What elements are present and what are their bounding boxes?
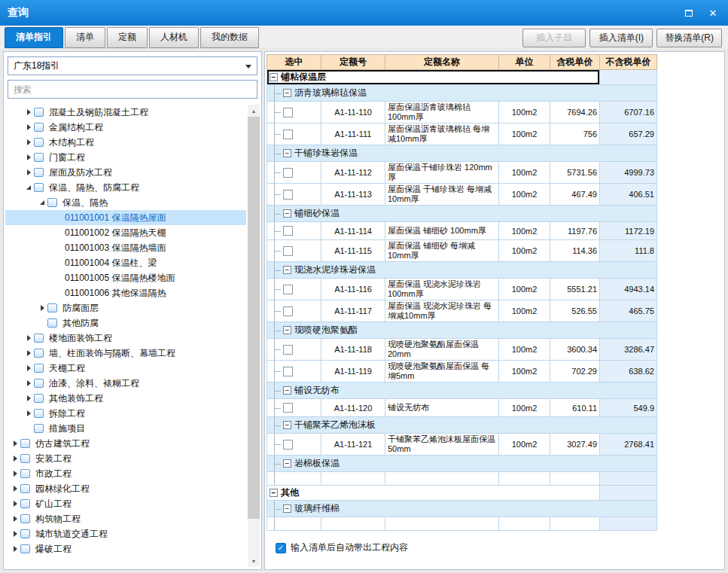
tree-item[interactable]: 混凝土及钢筋混凝土工程 (5, 105, 246, 120)
expand-arrow-icon[interactable] (10, 501, 20, 507)
collapse-box-icon[interactable]: − (283, 149, 291, 157)
table-row-item[interactable]: A1-11-114屋面保温 铺细砂 100mm厚100m21197.761172… (267, 222, 657, 240)
table-row-group[interactable]: −其他 (267, 486, 657, 501)
table-row-item[interactable]: A1-11-120铺设无纺布100m2610.11549.9 (267, 399, 657, 417)
table-row-item[interactable]: A1-11-116屋面保温 现浇水泥珍珠岩 100mm厚100m25551.21… (267, 279, 657, 300)
expand-arrow-icon[interactable] (23, 335, 34, 341)
tree-item[interactable]: 矿山工程 (5, 496, 246, 511)
row-checkbox[interactable] (283, 345, 293, 355)
tree-item[interactable]: 金属结构工程 (5, 120, 246, 135)
collapse-box-icon[interactable]: − (283, 326, 291, 334)
expand-arrow-icon[interactable] (23, 154, 34, 160)
row-checkbox[interactable] (283, 108, 293, 117)
row-checkbox[interactable] (283, 285, 293, 294)
expand-arrow-icon[interactable] (10, 516, 20, 522)
table-row-item[interactable]: A1-11-118现喷硬泡聚氨酯屋面保温 20mm100m23600.34328… (267, 339, 657, 361)
collapse-box-icon[interactable]: − (283, 504, 291, 513)
row-checkbox[interactable] (283, 306, 293, 316)
tree-item[interactable]: 其他装饰工程 (5, 391, 246, 406)
expand-arrow-icon[interactable] (10, 471, 20, 477)
tab-quota[interactable]: 定额 (107, 27, 148, 48)
tree-item[interactable]: 城市轨道交通工程 (5, 526, 246, 541)
collapse-box-icon[interactable]: − (283, 209, 291, 218)
tree-item[interactable]: 天棚工程 (5, 361, 246, 376)
maximize-button[interactable] (677, 4, 701, 22)
table-row-item[interactable]: A1-11-121干铺聚苯乙烯泡沫板屋面保温 50mm100m23027.492… (267, 434, 657, 456)
tree-item[interactable]: 仿古建筑工程 (5, 436, 246, 451)
table-row-subgroup[interactable]: −岩棉板保温 (267, 456, 657, 472)
expand-arrow-icon[interactable] (23, 395, 34, 401)
table-row-item[interactable]: A1-11-110屋面保温沥青玻璃棉毡 100mm厚100m27694.2667… (267, 102, 657, 123)
tree-item[interactable]: 安装工程 (5, 451, 246, 466)
table-row-subgroup[interactable]: −铺细砂保温 (267, 206, 657, 222)
tree-item[interactable]: 门窗工程 (5, 150, 246, 165)
table-row-group[interactable]: −铺粘保温层 (267, 70, 657, 85)
tree-item[interactable]: 爆破工程 (5, 541, 246, 556)
row-checkbox[interactable] (283, 403, 293, 413)
close-button[interactable]: ✕ (701, 4, 725, 22)
row-checkbox[interactable] (283, 226, 293, 236)
tree-item[interactable]: 木结构工程 (5, 135, 246, 150)
row-checkbox[interactable] (283, 367, 293, 376)
tree-item[interactable]: 011001003 保温隔热墙面 (5, 240, 246, 255)
table-row-item[interactable]: A1-11-112屋面保温干铺珍珠岩 120mm厚100m25731.56499… (267, 162, 657, 184)
expand-arrow-icon[interactable] (23, 124, 34, 130)
table-row-subgroup[interactable]: −玻璃纤维棉 (267, 501, 657, 517)
table-row-item[interactable]: A1-11-111屋面保温沥青玻璃棉毡 每增减10mm厚100m2756657.… (267, 123, 657, 145)
tree-item[interactable]: 011001005 保温隔热楼地面 (5, 270, 246, 285)
tab-list[interactable]: 清单 (65, 27, 105, 48)
tree-item[interactable]: 市政工程 (5, 466, 246, 481)
expand-arrow-icon[interactable] (23, 350, 34, 356)
guide-dropdown[interactable]: 广东18指引 (8, 56, 257, 75)
row-checkbox[interactable] (283, 190, 293, 200)
scroll-down-icon[interactable]: ▼ (248, 555, 260, 567)
expand-arrow-icon[interactable] (10, 531, 20, 537)
tree-item[interactable]: 拆除工程 (5, 406, 246, 421)
collapse-box-icon[interactable]: − (283, 421, 291, 429)
expand-arrow-icon[interactable] (10, 440, 20, 447)
tree-item[interactable]: 楼地面装饰工程 (5, 331, 246, 346)
table-row-item[interactable]: A1-11-117屋面保温 现浇水泥珍珠岩 每增减10mm厚100m2526.5… (267, 300, 657, 322)
tree-item[interactable]: 其他防腐 (5, 315, 246, 331)
collapse-box-icon[interactable]: − (270, 73, 278, 81)
tree-item[interactable]: 011001002 保温隔热天棚 (5, 225, 246, 240)
row-checkbox[interactable] (283, 440, 293, 450)
tree-item[interactable]: 011001004 保温柱、梁 (5, 255, 246, 270)
insert-subitem-button[interactable]: 插入子目 (522, 29, 586, 47)
row-checkbox[interactable] (283, 168, 293, 178)
expand-arrow-icon[interactable] (23, 365, 34, 371)
row-checkbox[interactable] (283, 130, 293, 139)
tree-item[interactable]: 保温、隔热、防腐工程 (5, 180, 246, 195)
table-row-subgroup[interactable]: −现浇水泥珍珠岩保温 (267, 262, 657, 279)
table-row-item[interactable]: A1-11-113屋面保温 干铺珍珠岩 每增减10mm厚100m2467.494… (267, 184, 657, 206)
scroll-up-icon[interactable]: ▲ (248, 105, 260, 117)
collapse-arrow-icon[interactable] (37, 200, 47, 205)
table-row-subgroup[interactable]: −干铺聚苯乙烯泡沫板 (267, 417, 657, 434)
tab-labor-material[interactable]: 人材机 (149, 27, 199, 48)
tree-item[interactable]: 011001006 其他保温隔热 (5, 285, 246, 300)
collapse-box-icon[interactable]: − (270, 489, 278, 497)
insert-list-button[interactable]: 插入清单(I) (589, 29, 653, 47)
table-row-subgroup[interactable]: −现喷硬泡聚氨酯 (267, 322, 657, 339)
checked-checkbox[interactable]: ✓ (276, 543, 286, 553)
tree-item[interactable]: 防腐面层 (5, 300, 246, 315)
search-input[interactable] (8, 80, 257, 99)
table-row-subgroup[interactable]: −干铺珍珠岩保温 (267, 145, 657, 162)
tree-item[interactable]: 油漆、涂料、裱糊工程 (5, 376, 246, 391)
expand-arrow-icon[interactable] (23, 410, 34, 416)
expand-arrow-icon[interactable] (23, 139, 34, 145)
tree-item[interactable]: 保温、隔热 (5, 195, 246, 210)
collapse-box-icon[interactable]: − (283, 386, 291, 395)
expand-arrow-icon[interactable] (10, 486, 20, 492)
expand-arrow-icon[interactable] (10, 546, 20, 552)
collapse-box-icon[interactable]: − (283, 266, 291, 274)
table-row-subgroup[interactable]: −铺设无纺布 (267, 383, 657, 399)
expand-arrow-icon[interactable] (37, 305, 47, 311)
tree-item[interactable]: 措施项目 (5, 421, 246, 436)
tree-item[interactable]: 构筑物工程 (5, 511, 246, 526)
tree-item[interactable]: 011001001 保温隔热屋面 (5, 210, 246, 225)
tree-item[interactable]: 墙、柱面装饰与隔断、幕墙工程 (5, 346, 246, 361)
scrollbar-thumb[interactable] (248, 117, 260, 519)
expand-arrow-icon[interactable] (23, 169, 34, 175)
expand-arrow-icon[interactable] (23, 380, 34, 386)
